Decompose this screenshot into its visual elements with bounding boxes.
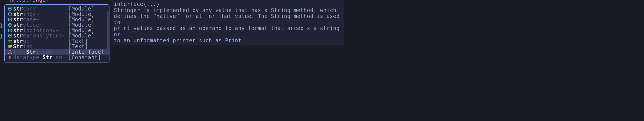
completion-item[interactable]: strcase~[Module] [5,17,107,22]
completion-scrollbar-thumb[interactable] [107,12,109,55]
completion-item[interactable]: stringintconv~[Module] [5,28,107,33]
lines-icon [7,39,13,43]
hierarchy-icon [7,50,13,54]
svg-rect-6 [10,50,11,51]
completion-item[interactable]: strconv[Module] [5,6,107,12]
cube-icon [7,23,13,27]
lines-icon [7,44,13,49]
svg-rect-8 [11,53,12,54]
editor-gutter: }} [0,7,4,61]
documentation-body: Stringer is implemented by any value tha… [114,8,342,44]
completion-item[interactable]: datatype.String[Constant] [5,55,107,60]
cube-icon [7,7,13,11]
completion-scrollbar[interactable] [107,5,109,62]
completion-item[interactable]: strings~[Module] [5,12,107,17]
completion-item[interactable]: strslice~[Module] [5,22,107,28]
completion-popup: strconv[Module]strings~[Module]strcase~[… [4,5,110,62]
completion-item[interactable]: fmt.Stringer[Interface] [5,49,107,55]
pi-icon [7,55,13,60]
completion-item-label: datatype.String [13,54,68,61]
completion-item[interactable]: struct[Text] [5,39,107,44]
completion-item-kind: [Constant] [68,54,101,61]
completion-item[interactable]: String[Text] [5,44,107,49]
completion-item[interactable]: streamanalytics~[Module] [5,33,107,39]
editor-line-fragment: fmt.Stringer [9,0,49,3]
documentation-panel: interface{...} Stringer is implemented b… [112,1,344,45]
svg-rect-7 [8,53,10,54]
cube-icon [7,17,13,22]
cube-icon [7,34,13,38]
cube-icon [7,28,13,33]
completion-list[interactable]: strconv[Module]strings~[Module]strcase~[… [5,5,107,62]
documentation-signature: interface{...} [114,1,342,8]
cube-icon [7,12,13,17]
